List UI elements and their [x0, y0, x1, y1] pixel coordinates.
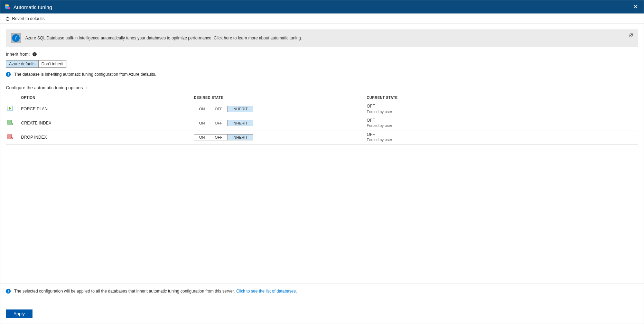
footer-info-row: i The selected configuration will be app… — [6, 289, 638, 294]
current-state-cell: OFF Forced by user — [365, 130, 638, 144]
content-area: i Azure SQL Database built-in intelligen… — [0, 24, 644, 284]
state-toggle: ON OFF INHERIT — [194, 106, 253, 112]
current-reason: Forced by user — [367, 137, 637, 142]
table-row: CREATE INDEX ON OFF INHERIT OFF Forced b… — [6, 116, 638, 130]
state-on[interactable]: ON — [194, 135, 210, 140]
col-icon — [6, 94, 20, 102]
create-index-icon — [7, 120, 13, 125]
inherit-option-dont-inherit[interactable]: Don't inherit — [38, 61, 66, 67]
configure-label: Configure the automatic tuning options — [6, 85, 83, 90]
current-state-cell: OFF Forced by user — [365, 102, 638, 116]
row-icon-cell — [6, 116, 20, 130]
footer: i The selected configuration will be app… — [0, 284, 644, 324]
info-hint-icon[interactable]: i — [86, 85, 87, 90]
option-name: DROP INDEX — [20, 130, 193, 144]
title-bar: Automatic tuning ✕ — [0, 0, 644, 13]
state-off[interactable]: OFF — [210, 120, 227, 126]
info-icon: i — [6, 289, 11, 294]
close-icon[interactable]: ✕ — [631, 3, 640, 11]
revert-label: Revert to defaults — [12, 16, 45, 21]
svg-rect-2 — [8, 7, 10, 9]
row-icon-cell — [6, 130, 20, 144]
options-table: OPTION DESIRED STATE CURRENT STATE FORCE… — [6, 94, 638, 145]
info-icon-box: i — [11, 33, 21, 43]
current-reason: Forced by user — [367, 123, 637, 128]
page-title: Automatic tuning — [13, 4, 631, 10]
info-banner-text: Azure SQL Database built-in intelligence… — [25, 36, 302, 40]
current-state: OFF — [367, 118, 637, 123]
info-icon: i — [12, 34, 20, 42]
inherit-toggle: Azure defaults Don't inherit — [6, 60, 66, 68]
option-name: CREATE INDEX — [20, 116, 193, 130]
state-inherit[interactable]: INHERIT — [227, 106, 253, 112]
table-row: DROP INDEX ON OFF INHERIT OFF Forced by … — [6, 130, 638, 144]
force-plan-icon — [7, 105, 13, 111]
option-name: FORCE PLAN — [20, 102, 193, 116]
inherit-status-text: The database is inheriting automatic tun… — [14, 72, 156, 77]
drop-index-icon — [7, 134, 13, 139]
desired-state-cell: ON OFF INHERIT — [193, 102, 365, 116]
state-inherit[interactable]: INHERIT — [227, 120, 253, 126]
current-state: OFF — [367, 132, 637, 138]
svg-point-1 — [5, 4, 9, 6]
undo-icon — [5, 16, 10, 21]
state-off[interactable]: OFF — [210, 135, 227, 140]
col-current: CURRENT STATE — [365, 94, 638, 102]
state-toggle: ON OFF INHERIT — [194, 120, 253, 126]
current-state: OFF — [367, 104, 637, 109]
col-option: OPTION — [20, 94, 193, 102]
state-off[interactable]: OFF — [210, 106, 227, 112]
state-inherit[interactable]: INHERIT — [227, 135, 253, 140]
external-link-icon[interactable] — [628, 33, 633, 39]
current-reason: Forced by user — [367, 109, 637, 114]
desired-state-cell: ON OFF INHERIT — [193, 130, 365, 144]
footer-link[interactable]: Click to see the list of databases. — [236, 289, 297, 294]
row-icon-cell — [6, 102, 20, 116]
state-toggle: ON OFF INHERIT — [194, 134, 253, 140]
inherit-from-label-row: Inherit from: i — [6, 52, 638, 57]
inherit-option-azure-defaults[interactable]: Azure defaults — [6, 61, 38, 67]
current-state-cell: OFF Forced by user — [365, 116, 638, 130]
col-desired: DESIRED STATE — [193, 94, 365, 102]
info-banner[interactable]: i Azure SQL Database built-in intelligen… — [6, 29, 638, 47]
info-hint-icon[interactable]: i — [32, 52, 37, 56]
revert-button[interactable]: Revert to defaults — [5, 16, 45, 21]
desired-state-cell: ON OFF INHERIT — [193, 116, 365, 130]
apply-button[interactable]: Apply — [6, 309, 32, 318]
info-icon: i — [6, 72, 11, 77]
footer-text: The selected configuration will be appli… — [14, 289, 235, 294]
table-row: FORCE PLAN ON OFF INHERIT OFF Forced by … — [6, 102, 638, 116]
database-icon — [4, 4, 10, 10]
state-on[interactable]: ON — [194, 120, 210, 126]
configure-section-title: Configure the automatic tuning options i — [6, 85, 638, 90]
inherit-status-row: i The database is inheriting automatic t… — [6, 72, 638, 77]
inherit-from-label: Inherit from: — [6, 52, 30, 57]
state-on[interactable]: ON — [194, 106, 210, 112]
toolbar: Revert to defaults — [0, 13, 644, 24]
